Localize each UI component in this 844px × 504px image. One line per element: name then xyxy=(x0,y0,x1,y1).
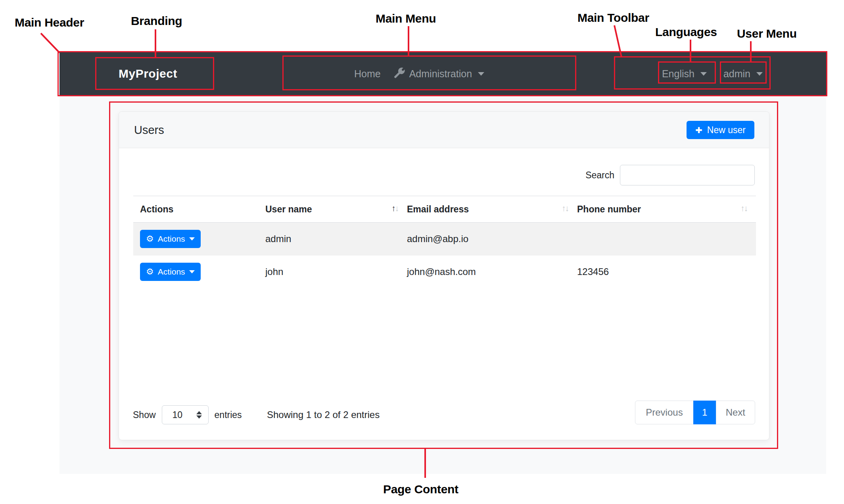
main-toolbar: English admin xyxy=(662,52,763,95)
chevron-down-icon xyxy=(189,237,195,241)
menu-item-home[interactable]: Home xyxy=(354,68,381,80)
wrench-icon xyxy=(394,67,405,80)
gear-icon: ⚙ xyxy=(146,267,154,276)
sort-icon: ↑↓ xyxy=(562,204,568,213)
page-size-select[interactable]: 10 xyxy=(162,405,209,424)
annotation-label-main-toolbar: Main Toolbar xyxy=(577,11,649,25)
annotation-label-main-header: Main Header xyxy=(15,16,84,29)
table-header-row: Actions User name ↑↓ Email address ↑↓ Ph… xyxy=(133,196,756,223)
chevron-down-icon xyxy=(478,72,484,76)
branding-logo[interactable]: MyProject xyxy=(119,52,177,95)
language-dropdown[interactable]: English xyxy=(662,68,707,80)
cell-user-name: john xyxy=(265,256,407,288)
annotation-label-page-content: Page Content xyxy=(383,483,458,496)
gear-icon: ⚙ xyxy=(146,235,154,243)
menu-administration-label: Administration xyxy=(409,68,472,80)
annotation-label-branding: Branding xyxy=(131,14,182,28)
row-actions-button[interactable]: ⚙ Actions xyxy=(140,230,201,248)
menu-item-administration[interactable]: Administration xyxy=(394,67,484,80)
cell-phone: 123456 xyxy=(577,256,756,288)
page-content-card: Users ✚ New user Search Actions User nam… xyxy=(119,111,769,440)
page-size-value: 10 xyxy=(162,410,183,420)
search-area: Search xyxy=(585,165,755,185)
menu-home-label: Home xyxy=(354,68,381,80)
table-row: ⚙ Actions admin admin@abp.io xyxy=(133,223,756,256)
main-header: MyProject Home Administration English ad… xyxy=(59,52,826,95)
cell-email: john@nash.com xyxy=(407,256,577,288)
cell-user-name: admin xyxy=(265,223,407,256)
sort-icon: ↑↓ xyxy=(740,204,747,213)
chevron-down-icon xyxy=(700,72,707,76)
pagination-page-1[interactable]: 1 xyxy=(693,401,716,424)
pagination: Previous 1 Next xyxy=(635,401,755,424)
column-header-email[interactable]: Email address ↑↓ xyxy=(407,196,577,223)
card-header: Users ✚ New user xyxy=(119,112,769,148)
search-label: Search xyxy=(585,170,614,181)
entries-label: entries xyxy=(215,410,242,420)
column-header-user-name[interactable]: User name ↑↓ xyxy=(265,196,407,223)
plus-icon: ✚ xyxy=(695,126,702,134)
chevron-down-icon xyxy=(756,72,763,76)
language-label: English xyxy=(662,68,694,80)
users-table: Actions User name ↑↓ Email address ↑↓ Ph… xyxy=(133,196,756,288)
cell-phone xyxy=(577,223,756,256)
chevron-down-icon xyxy=(189,270,195,273)
cell-email: admin@abp.io xyxy=(407,223,577,256)
pagination-previous[interactable]: Previous xyxy=(635,401,693,424)
select-spinner-icon xyxy=(196,411,202,419)
annotated-screenshot: MyProject Home Administration English ad… xyxy=(0,0,844,504)
annotation-label-user-menu: User Menu xyxy=(737,27,797,40)
new-user-button-label: New user xyxy=(707,125,746,136)
page-size-control: Show 10 entries xyxy=(133,405,242,424)
column-header-phone[interactable]: Phone number ↑↓ xyxy=(577,196,756,223)
show-label: Show xyxy=(133,410,156,420)
table-info: Showing 1 to 2 of 2 entries xyxy=(267,405,380,424)
annotation-label-main-menu: Main Menu xyxy=(376,12,436,25)
user-menu-dropdown[interactable]: admin xyxy=(723,68,763,80)
search-input[interactable] xyxy=(620,165,755,185)
sort-icon: ↑↓ xyxy=(391,204,398,213)
table-row: ⚙ Actions john john@nash.com 123456 xyxy=(133,256,756,288)
column-header-actions: Actions xyxy=(133,196,265,223)
row-actions-button[interactable]: ⚙ Actions xyxy=(140,263,201,281)
new-user-button[interactable]: ✚ New user xyxy=(687,121,754,139)
annotation-label-languages: Languages xyxy=(655,25,717,39)
pagination-next[interactable]: Next xyxy=(716,401,755,424)
user-menu-label: admin xyxy=(723,68,750,80)
page-title: Users xyxy=(134,112,164,148)
main-menu: Home Administration xyxy=(354,52,484,95)
